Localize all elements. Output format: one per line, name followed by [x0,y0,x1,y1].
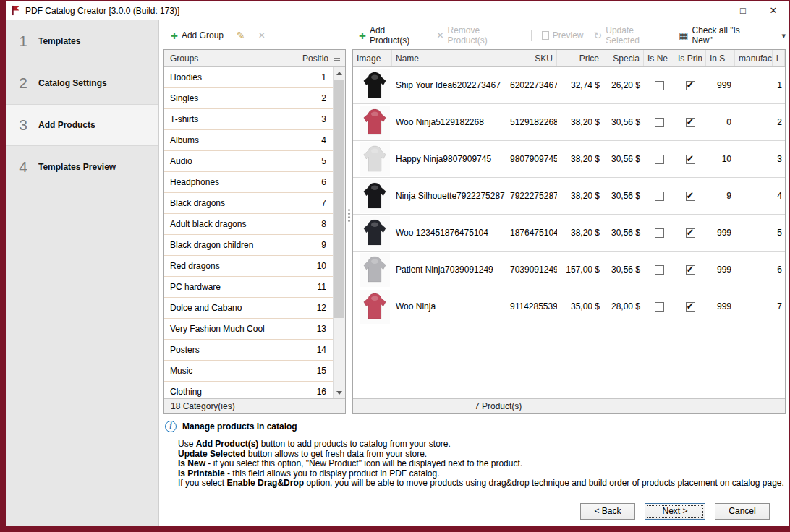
product-row[interactable]: Happy Ninja9807909745 9807909745 38,20 $… [353,141,785,178]
product-special-price: 28,00 $ [603,301,644,312]
is-printable-checkbox[interactable] [686,155,695,164]
group-position: 9 [321,240,326,250]
product-in-stock: 999 [706,265,735,275]
position-column-header[interactable]: Positio [302,53,328,64]
groups-scrollbar[interactable] [333,67,345,398]
group-row[interactable]: Black dragon children 9 [164,235,333,256]
product-sku: 7922275287 [506,191,557,201]
is-printable-column-header[interactable]: Is Prin [674,50,706,67]
is-printable-checkbox[interactable] [686,228,695,238]
is-new-checkbox[interactable] [655,265,664,275]
remove-products-button[interactable]: Remove Product(s) [436,25,520,46]
update-selected-label: Update Selected [606,25,668,46]
product-special-price: 30,56 $ [603,265,644,275]
step-templates-preview[interactable]: 4 Templates Preview [6,146,158,188]
maximize-button[interactable]: □ [728,1,758,20]
product-row[interactable]: Woo Ninja5129182268 5129182268 38,20 $ 3… [353,104,785,141]
group-name: Black dragon children [170,240,321,250]
group-position: 16 [317,387,326,397]
scroll-down-button[interactable] [334,387,345,398]
product-row[interactable]: Patient Ninja7039091249 7039091249 157,0… [353,252,785,288]
groups-grid-header[interactable]: Groups Positio [164,50,345,67]
group-row[interactable]: Music 15 [164,361,333,382]
scroll-up-button[interactable] [334,67,345,79]
product-special-price: 26,20 $ [603,80,644,90]
group-row[interactable]: Red dragons 10 [164,256,333,277]
product-name: Patient Ninja7039091249 [392,265,506,275]
pencil-icon [237,30,245,40]
product-price: 38,20 $ [557,154,603,164]
group-row[interactable]: Black dragons 7 [164,193,333,214]
is-new-checkbox[interactable] [655,155,664,164]
group-position: 12 [317,303,326,313]
product-image [360,290,390,324]
group-row[interactable]: Dolce and Cabano 12 [164,298,333,319]
back-button[interactable]: < Back [580,503,635,520]
name-column-header[interactable]: Name [392,50,506,67]
groups-column-header[interactable]: Groups [170,53,302,64]
scrollbar-thumb[interactable] [334,80,344,318]
is-new-checkbox[interactable] [655,192,664,201]
group-row[interactable]: T-shirts 3 [164,109,333,130]
close-icon: ✕ [770,5,778,16]
group-row[interactable]: Headphones 6 [164,172,333,193]
window-border-bottom [0,526,790,532]
update-selected-button[interactable]: Update Selected [594,25,669,46]
edit-group-button[interactable] [237,30,245,40]
step-catalog-settings[interactable]: 2 Catalog Settings [6,62,158,104]
last-column-header[interactable]: l [773,50,785,67]
is-printable-checkbox[interactable] [686,302,695,312]
is-printable-checkbox[interactable] [686,81,695,90]
add-products-button[interactable]: Add Product(s) [359,25,426,46]
group-row[interactable]: Very Fashion Much Cool 13 [164,319,333,340]
product-price: 157,00 $ [557,265,603,275]
group-position: 7 [321,198,326,208]
product-row[interactable]: Woo 123451876475104 1876475104 38,20 $ 3… [353,215,785,252]
product-row[interactable]: Woo Ninja 9114285539 35,00 $ 28,00 $ 999… [353,288,785,325]
product-image [360,253,390,287]
group-row[interactable]: Audio 5 [164,151,333,172]
is-new-checkbox[interactable] [655,81,664,90]
group-row[interactable]: PC hardware 11 [164,277,333,298]
group-row[interactable]: Adult black dragons 8 [164,214,333,235]
delete-group-button[interactable] [258,31,266,40]
preview-button[interactable]: Preview [542,30,584,40]
product-row[interactable]: Ninja Silhouette7922275287 7922275287 38… [353,178,785,215]
is-new-checkbox[interactable] [655,228,664,238]
toolbar-overflow-button[interactable] [781,32,786,40]
is-printable-checkbox[interactable] [686,118,695,127]
product-special-price: 30,56 $ [603,228,644,238]
group-row[interactable]: Hoodies 1 [164,67,333,88]
in-stock-column-header[interactable]: In S [706,50,735,67]
product-image-cell [353,106,392,140]
manufacturer-column-header[interactable]: manufact [735,50,773,67]
is-new-checkbox[interactable] [655,118,664,127]
is-printable-checkbox[interactable] [686,192,695,201]
close-button[interactable]: ✕ [758,1,789,20]
group-row[interactable]: Posters 14 [164,340,333,361]
product-image [360,69,390,103]
image-column-header[interactable]: Image [353,50,392,67]
check-all-is-new-button[interactable]: Check all "Is New" [679,25,761,46]
group-row[interactable]: Singles 2 [164,88,333,109]
delete-icon [258,31,266,40]
next-button[interactable]: Next > [645,503,705,520]
group-row[interactable]: Albums 4 [164,130,333,151]
special-column-header[interactable]: Specia [603,50,644,67]
product-price: 38,20 $ [557,191,603,201]
step-add-products[interactable]: 3 Add Products [6,104,158,146]
cancel-button[interactable]: Cancel [715,503,770,520]
sku-column-header[interactable]: SKU [506,50,557,67]
step-templates[interactable]: 1 Templates [6,20,158,62]
is-printable-checkbox[interactable] [686,265,695,275]
panel-splitter[interactable] [346,49,352,414]
product-sku: 9807909745 [506,154,557,164]
app-icon [9,4,22,17]
is-new-column-header[interactable]: Is Ne [644,50,674,67]
is-new-checkbox[interactable] [655,302,664,312]
product-row[interactable]: Ship Your Idea6202273467 6202273467 32,7… [353,67,785,104]
group-row[interactable]: Clothing 16 [164,382,333,398]
price-column-header[interactable]: Price [557,50,603,67]
products-grid-header[interactable]: Image Name SKU Price Specia Is Ne Is Pri… [353,50,785,67]
add-group-button[interactable]: Add Group [171,30,224,42]
